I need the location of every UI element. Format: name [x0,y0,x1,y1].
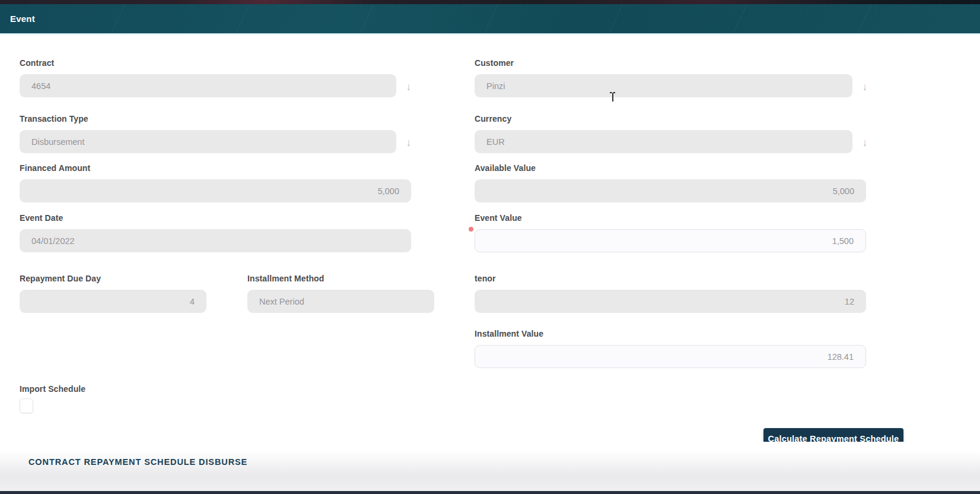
event-date-field-group: Event Date [20,213,411,252]
event-value-input[interactable] [475,229,866,252]
transaction-type-field-group: Transaction Type ↓ [20,114,396,153]
calculate-repayment-schedule-button[interactable]: Calculate Repayment Schedule [763,428,903,449]
event-value-label: Event Value [475,213,866,223]
transaction-type-label: Transaction Type [20,114,396,124]
customer-input[interactable] [475,74,852,97]
available-value-label: Available Value [475,163,866,173]
window-bottom-strip [0,491,980,494]
tenor-field-group: tenor [475,274,866,313]
contract-label: Contract [20,58,396,68]
tenor-input[interactable] [475,290,866,313]
event-date-input[interactable] [20,229,411,252]
contract-field-group: Contract ↓ [20,58,396,97]
financed-amount-label: Financed Amount [20,163,411,173]
dropdown-arrow-icon[interactable]: ↓ [406,138,412,148]
import-schedule-field-group: Import Schedule [20,384,198,400]
available-value-input[interactable] [475,179,866,202]
page-title: Event [0,14,35,24]
contract-input[interactable] [20,74,396,97]
import-schedule-label: Import Schedule [20,384,198,394]
installment-method-input[interactable] [247,290,434,313]
financed-amount-field-group: Financed Amount [20,163,411,202]
tenor-label: tenor [475,274,866,283]
dropdown-arrow-icon[interactable]: ↓ [406,82,412,92]
installment-value-input[interactable] [475,345,866,368]
import-schedule-checkbox[interactable] [20,398,33,413]
installment-value-field-group: Installment Value [475,329,866,368]
required-dot-icon [469,227,473,232]
repayment-due-day-input[interactable] [20,290,206,313]
dropdown-arrow-icon[interactable]: ↓ [863,138,868,148]
installment-value-label: Installment Value [475,329,866,338]
customer-label: Customer [475,58,852,68]
event-date-label: Event Date [20,213,411,223]
transaction-type-input[interactable] [20,130,396,153]
currency-label: Currency [475,114,852,124]
repayment-due-day-label: Repayment Due Day [20,274,206,283]
repayment-due-day-field-group: Repayment Due Day [20,274,206,313]
currency-input[interactable] [475,130,852,153]
customer-field-group: Customer ↓ [475,58,852,97]
available-value-field-group: Available Value [475,163,866,202]
currency-field-group: Currency ↓ [475,114,852,153]
page-header: Event [0,4,980,34]
installment-method-field-group: Installment Method [247,274,434,313]
window-top-strip [0,0,980,4]
financed-amount-input[interactable] [20,179,411,202]
event-value-field-group: Event Value [475,213,866,252]
bottom-section-title: CONTRACT REPAYMENT SCHEDULE DISBURSE [28,457,247,467]
dropdown-arrow-icon[interactable]: ↓ [863,82,868,92]
installment-method-label: Installment Method [247,274,434,283]
